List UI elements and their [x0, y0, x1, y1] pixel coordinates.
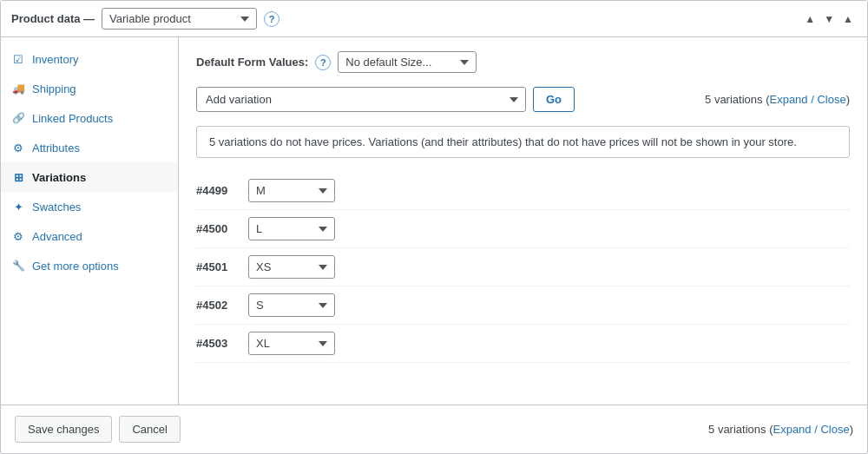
sidebar-item-swatches-label: Swatches — [32, 201, 81, 214]
table-row: #4500 L — [196, 210, 850, 248]
panel-header: Product data — Variable product Simple p… — [1, 1, 867, 37]
variations-count-top: 5 variations (Expand / Close) — [705, 93, 850, 106]
more-options-icon — [11, 259, 25, 273]
sidebar-item-more-label: Get more options — [32, 260, 119, 273]
product-data-panel: Product data — Variable product Simple p… — [0, 0, 868, 454]
sidebar-item-advanced-label: Advanced — [32, 230, 82, 243]
table-row: #4499 M — [196, 172, 850, 210]
help-icon[interactable]: ? — [264, 11, 279, 27]
variations-icon — [11, 170, 25, 184]
sidebar-item-attributes-label: Attributes — [32, 141, 80, 155]
variation-select-4503[interactable]: XL — [248, 332, 335, 355]
variation-id-4499: #4499 — [196, 184, 240, 197]
sidebar-item-inventory-label: Inventory — [32, 53, 78, 66]
variation-select-4502[interactable]: S — [248, 293, 335, 317]
sidebar: Inventory Shipping Linked Products Attri… — [1, 37, 179, 405]
sidebar-item-get-more-options[interactable]: Get more options — [1, 251, 178, 280]
variations-list: #4499 M #4500 L #4501 XS — [196, 172, 850, 363]
sidebar-item-swatches[interactable]: Swatches — [1, 192, 178, 221]
variation-select-4500[interactable]: L — [248, 217, 335, 240]
arrow-down-btn[interactable]: ▼ — [820, 11, 838, 27]
swatches-icon — [11, 200, 25, 214]
inventory-icon — [11, 52, 25, 66]
variations-count-bottom: 5 variations (Expand / Close) — [708, 423, 853, 436]
sidebar-item-advanced[interactable]: Advanced — [1, 221, 178, 251]
table-row: #4503 XL — [196, 325, 850, 363]
default-form-select[interactable]: No default Size... — [338, 51, 477, 73]
sidebar-item-variations[interactable]: Variations — [1, 162, 178, 192]
sidebar-item-linked-products[interactable]: Linked Products — [1, 103, 178, 133]
variation-id-4502: #4502 — [196, 299, 240, 312]
panel-footer: Save changes Cancel 5 variations (Expand… — [1, 405, 867, 453]
panel-arrows: ▲ ▼ ▲ — [801, 11, 857, 27]
default-form-label: Default Form Values: — [196, 56, 308, 69]
sidebar-item-attributes[interactable]: Attributes — [1, 133, 178, 162]
linked-icon — [11, 111, 25, 125]
default-form-row: Default Form Values: ? No default Size..… — [196, 51, 850, 73]
notice-box: 5 variations do not have prices. Variati… — [196, 126, 850, 158]
arrow-expand-btn[interactable]: ▲ — [839, 11, 857, 27]
shipping-icon — [11, 82, 25, 95]
expand-close-link-bottom[interactable]: Expand / Close — [773, 423, 849, 436]
arrow-up-btn[interactable]: ▲ — [801, 11, 819, 27]
sidebar-item-linked-label: Linked Products — [32, 112, 113, 125]
variation-id-4503: #4503 — [196, 337, 240, 350]
go-button[interactable]: Go — [533, 87, 575, 112]
default-form-help-icon[interactable]: ? — [315, 55, 331, 70]
sidebar-item-variations-label: Variations — [32, 171, 86, 184]
expand-close-link-top[interactable]: Expand / Close — [769, 93, 845, 106]
variation-select-4501[interactable]: XS — [248, 255, 335, 279]
sidebar-item-shipping[interactable]: Shipping — [1, 74, 178, 103]
main-content: Default Form Values: ? No default Size..… — [179, 37, 867, 405]
variation-id-4501: #4501 — [196, 260, 240, 273]
sidebar-item-shipping-label: Shipping — [32, 82, 76, 95]
table-row: #4501 XS — [196, 248, 850, 286]
panel-body: Inventory Shipping Linked Products Attri… — [1, 37, 867, 405]
variation-select-4499[interactable]: M — [248, 179, 335, 202]
add-variation-row: Add variation Go 5 variations (Expand / … — [196, 87, 850, 112]
save-changes-button[interactable]: Save changes — [15, 416, 112, 443]
table-row: #4502 S — [196, 286, 850, 325]
sidebar-item-inventory[interactable]: Inventory — [1, 44, 178, 74]
notice-text: 5 variations do not have prices. Variati… — [209, 135, 797, 148]
cancel-button[interactable]: Cancel — [119, 416, 180, 443]
panel-title: Product data — — [11, 12, 95, 25]
product-type-select[interactable]: Variable product Simple product Grouped … — [102, 8, 257, 30]
add-variation-select[interactable]: Add variation — [196, 87, 526, 112]
variation-id-4500: #4500 — [196, 222, 240, 235]
attributes-icon — [11, 141, 25, 155]
advanced-icon — [11, 229, 25, 243]
